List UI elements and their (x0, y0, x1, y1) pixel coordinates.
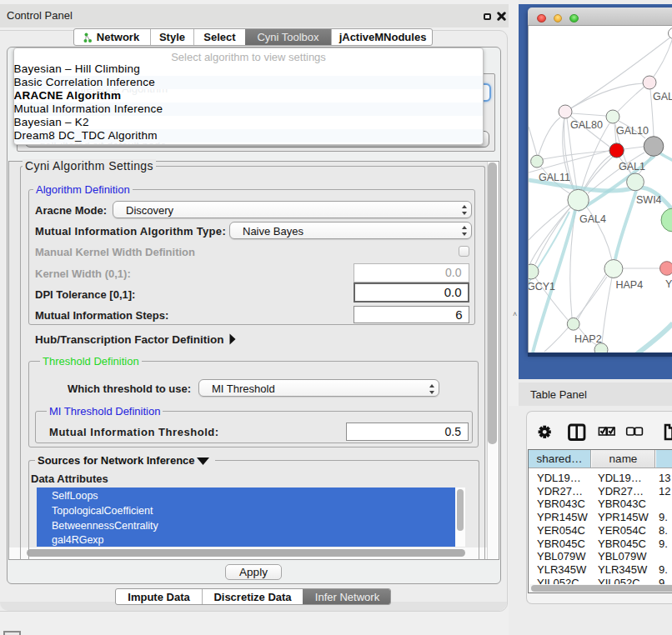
svg-text:Y: Y (665, 278, 672, 290)
svg-text:GAL2: GAL2 (653, 91, 672, 102)
svg-text:SWI4: SWI4 (636, 194, 662, 206)
svg-text:GAL10: GAL10 (616, 125, 649, 137)
svg-text:HAP4: HAP4 (616, 279, 644, 291)
svg-text:GAL4: GAL4 (579, 213, 606, 225)
svg-text:GAL80: GAL80 (570, 119, 603, 131)
svg-text:GCY1: GCY1 (529, 281, 555, 292)
svg-text:GAL11: GAL11 (539, 172, 570, 183)
svg-text:GAL1: GAL1 (619, 161, 645, 172)
svg-text:HAP2: HAP2 (574, 333, 602, 345)
